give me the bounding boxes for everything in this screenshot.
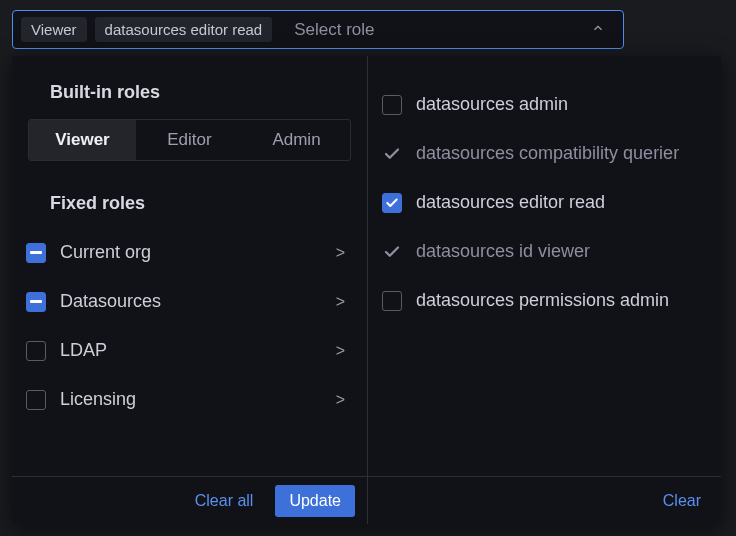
chevron-right-icon: > (336, 244, 345, 262)
permission-label: datasources permissions admin (416, 290, 669, 311)
checkbox-checked-icon[interactable] (382, 193, 402, 213)
role-picker-panel: Built-in roles Viewer Editor Admin Fixed… (12, 56, 721, 524)
role-category-column: Built-in roles Viewer Editor Admin Fixed… (12, 56, 368, 476)
permission-datasources-editor-read[interactable]: datasources editor read (378, 178, 707, 227)
tab-admin[interactable]: Admin (243, 120, 350, 160)
role-select-placeholder: Select role (294, 20, 583, 40)
selected-role-chip[interactable]: datasources editor read (95, 17, 273, 42)
builtin-role-tabs: Viewer Editor Admin (28, 119, 351, 161)
fixed-role-label: Licensing (60, 389, 322, 410)
clear-button[interactable]: Clear (655, 486, 709, 516)
inherited-check-icon (382, 144, 402, 164)
permission-label: datasources admin (416, 94, 568, 115)
permission-datasources-compat-querier[interactable]: datasources compatibility querier (378, 129, 707, 178)
chevron-right-icon: > (336, 391, 345, 409)
update-button[interactable]: Update (275, 485, 355, 517)
checkbox-empty-icon[interactable] (382, 95, 402, 115)
fixed-role-licensing[interactable]: Licensing > (22, 375, 357, 424)
permission-label: datasources id viewer (416, 241, 590, 262)
fixed-role-label: Datasources (60, 291, 322, 312)
chevron-up-icon[interactable] (591, 21, 605, 39)
role-detail-column: datasources admin datasources compatibil… (368, 56, 721, 476)
fixed-role-label: Current org (60, 242, 322, 263)
inherited-check-icon (382, 242, 402, 262)
panel-footer: Clear all Update Clear (12, 476, 721, 524)
checkbox-indeterminate-icon[interactable] (26, 243, 46, 263)
fixed-role-current-org[interactable]: Current org > (22, 228, 357, 277)
checkbox-empty-icon[interactable] (26, 341, 46, 361)
checkbox-indeterminate-icon[interactable] (26, 292, 46, 312)
role-select-control[interactable]: Viewer datasources editor read Select ro… (12, 10, 624, 49)
permission-label: datasources editor read (416, 192, 605, 213)
fixed-role-label: LDAP (60, 340, 322, 361)
tab-viewer[interactable]: Viewer (29, 120, 136, 160)
fixed-role-ldap[interactable]: LDAP > (22, 326, 357, 375)
permission-datasources-id-viewer[interactable]: datasources id viewer (378, 227, 707, 276)
fixed-roles-heading: Fixed roles (22, 189, 357, 228)
permission-datasources-permissions-admin[interactable]: datasources permissions admin (378, 276, 707, 325)
fixed-role-datasources[interactable]: Datasources > (22, 277, 357, 326)
chevron-right-icon: > (336, 342, 345, 360)
tab-editor[interactable]: Editor (136, 120, 243, 160)
permission-label: datasources compatibility querier (416, 143, 679, 164)
checkbox-empty-icon[interactable] (26, 390, 46, 410)
selected-role-chip[interactable]: Viewer (21, 17, 87, 42)
clear-all-button[interactable]: Clear all (187, 486, 262, 516)
permission-datasources-admin[interactable]: datasources admin (378, 80, 707, 129)
chevron-right-icon: > (336, 293, 345, 311)
checkbox-empty-icon[interactable] (382, 291, 402, 311)
builtin-roles-heading: Built-in roles (22, 78, 357, 117)
